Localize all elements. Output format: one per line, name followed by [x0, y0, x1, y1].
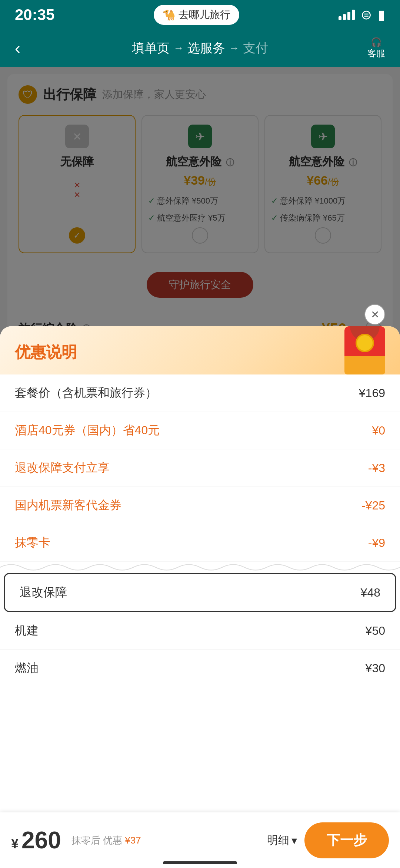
home-indicator — [163, 861, 237, 864]
newcustomer-label: 国内机票新客代金券 — [15, 497, 121, 514]
popup-header: 优惠说明 — [0, 326, 400, 374]
price-row-refund: 退改保障支付立享 -¥3 — [0, 449, 400, 487]
chevron-down-icon: ▾ — [291, 834, 297, 847]
hotel-label: 酒店40元券（国内）省40元 — [15, 422, 160, 439]
airport-value: ¥50 — [366, 624, 385, 638]
price-row-newcustomer: 国内机票新客代金券 -¥25 — [0, 487, 400, 524]
nav-step-3: 支付 — [243, 40, 268, 57]
back-button[interactable]: ‹ — [15, 39, 20, 57]
price-row-zeround: 抹零卡 -¥9 — [0, 524, 400, 562]
close-overlay-button[interactable]: ✕ — [364, 304, 385, 325]
bottom-bar: ¥ 260 抹零后 优惠 ¥37 明细 ▾ 下一步 — [0, 812, 400, 868]
total-amount: 260 — [21, 826, 61, 854]
app-name-label: 去哪儿旅行 — [179, 8, 230, 22]
price-row-package: 套餐价（含机票和旅行券） ¥169 — [0, 374, 400, 412]
fuel-label: 燃油 — [15, 660, 39, 676]
service-label: 客服 — [367, 47, 385, 59]
popup-panel: 优惠说明 套餐价（含机票和旅行券） ¥169 酒店40元券（国内）省40元 ¥0… — [0, 326, 400, 812]
price-row-airport: 机建 ¥50 — [0, 612, 400, 650]
nav-step-2: 选服务 — [187, 40, 225, 57]
refund-protection-value: ¥48 — [361, 586, 380, 600]
price-row-circled: 退改保障 ¥48 — [4, 573, 396, 612]
hotel-value: ¥0 — [372, 424, 385, 438]
discount-text: 抹零后 优惠 — [71, 835, 122, 846]
headset-icon: 🎧 — [371, 37, 382, 47]
next-button[interactable]: 下一步 — [304, 822, 389, 858]
status-time: 20:35 — [15, 6, 54, 24]
camel-icon: 🐪 — [163, 9, 176, 21]
fuel-value: ¥30 — [366, 661, 385, 675]
wifi-icon: ⊜ — [361, 7, 372, 23]
nav-bar: ‹ 填单页 → 选服务 → 支付 🎧 客服 — [0, 30, 400, 67]
customer-service-button[interactable]: 🎧 客服 — [367, 37, 385, 59]
popup-divider — [0, 562, 400, 573]
total-price: ¥ 260 — [11, 826, 61, 854]
nav-step-1: 填单页 — [132, 40, 170, 57]
popup-content: 套餐价（含机票和旅行券） ¥169 酒店40元券（国内）省40元 ¥0 退改保障… — [0, 374, 400, 687]
status-app-name: 🐪 去哪儿旅行 — [154, 5, 239, 25]
refund-protection-row: 退改保障 ¥48 — [5, 574, 395, 611]
package-value: ¥169 — [359, 386, 385, 400]
zeround-value: -¥9 — [368, 536, 385, 550]
nav-arrow-2: → — [229, 42, 239, 54]
red-envelope-decoration — [344, 326, 385, 374]
status-bar: 20:35 🐪 去哪儿旅行 ⊜ ▮ — [0, 0, 400, 30]
signal-icon — [339, 10, 355, 20]
detail-button[interactable]: 明细 ▾ — [267, 833, 297, 848]
price-row-fuel: 燃油 ¥30 — [0, 650, 400, 687]
refund-protection-label: 退改保障 — [20, 584, 67, 601]
status-icons: ⊜ ▮ — [339, 7, 385, 23]
currency-sign: ¥ — [11, 836, 19, 852]
refund-label: 退改保障支付立享 — [15, 460, 110, 476]
battery-icon: ▮ — [378, 7, 385, 23]
zeround-label: 抹零卡 — [15, 535, 50, 551]
popup-title: 优惠说明 — [15, 342, 77, 363]
nav-arrow-1: → — [173, 42, 184, 54]
nav-title: 填单页 → 选服务 → 支付 — [132, 40, 268, 57]
discount-info: 抹零后 优惠 ¥37 — [71, 834, 141, 847]
package-label: 套餐价（含机票和旅行券） — [15, 385, 157, 401]
airport-label: 机建 — [15, 623, 39, 639]
price-row-hotel: 酒店40元券（国内）省40元 ¥0 — [0, 412, 400, 449]
discount-amount: ¥37 — [125, 835, 141, 846]
detail-label: 明细 — [267, 833, 289, 848]
refund-value: -¥3 — [368, 461, 385, 475]
newcustomer-value: -¥25 — [361, 499, 385, 512]
